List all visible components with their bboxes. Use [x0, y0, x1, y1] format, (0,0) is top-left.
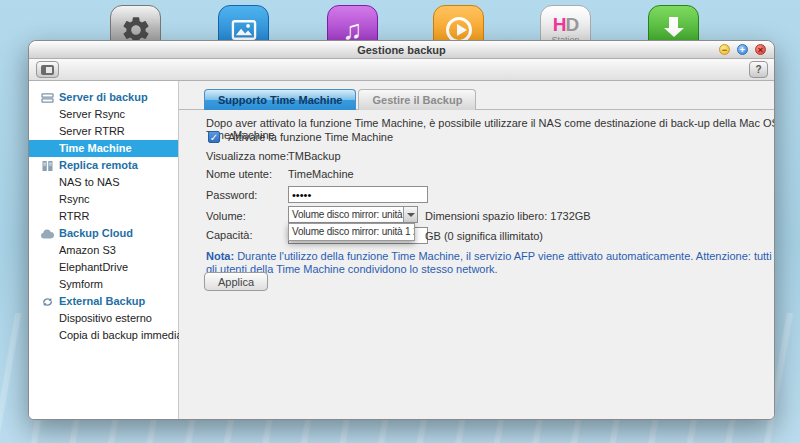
free-space-text: Dimensioni spazio libero: 1732GB [425, 210, 591, 222]
sidebar-item-symform[interactable]: Symform [29, 276, 178, 293]
username-value: TimeMachine [288, 168, 354, 180]
desktop: ♫ HD Station Gestione backup − + × ? [0, 0, 800, 443]
sidebar-item-rtrr[interactable]: RTRR [29, 208, 178, 225]
capacity-label: Capacità: [206, 229, 252, 241]
apply-button[interactable]: Applica [204, 272, 268, 291]
capacity-suffix-text: GB (0 significa illimitato) [425, 230, 543, 242]
sidebar-toggle-button[interactable] [36, 61, 59, 78]
window-titlebar[interactable]: Gestione backup − + × [29, 41, 774, 59]
note-label: Nota: [206, 250, 234, 262]
window-title: Gestione backup [29, 41, 774, 59]
help-button[interactable]: ? [749, 61, 768, 78]
tab-bar: Supporto Time Machine Gestire il Backup [179, 81, 774, 110]
volume-option[interactable]: Volume disco mirror: unità 1 2 [289, 224, 414, 240]
section-label: External Backup [59, 293, 145, 310]
chevron-down-icon[interactable] [403, 207, 417, 222]
sidebar-item-server-rtrr[interactable]: Server RTRR [29, 123, 178, 140]
backup-management-window: Gestione backup − + × ? Server di backup [28, 40, 775, 420]
checkmark-icon: ✓ [210, 132, 218, 143]
server-icon [40, 92, 54, 104]
sync-arrows-icon [40, 296, 54, 308]
tab-gestire-il-backup[interactable]: Gestire il Backup [358, 89, 476, 110]
close-button[interactable]: × [755, 44, 766, 55]
sidebar-section-backup-cloud: Backup Cloud [29, 225, 178, 242]
hd-logo: HD [553, 15, 578, 34]
display-name-value: TMBackup [288, 150, 341, 162]
sidebar-item-time-machine[interactable]: Time Machine [29, 140, 178, 157]
main-panel: Supporto Time Machine Gestire il Backup … [179, 81, 774, 419]
section-label: Server di backup [59, 89, 148, 106]
volume-label: Volume: [206, 210, 246, 222]
sidebar-item-server-rsync[interactable]: Server Rsync [29, 106, 178, 123]
section-label: Backup Cloud [59, 225, 133, 242]
sidebar-section-replica-remota: Replica remota [29, 157, 178, 174]
display-name-label: Visualizza nome: [206, 150, 289, 162]
enable-time-machine-label: Attivare la funzione Time Machine [228, 131, 393, 143]
sidebar-item-elephantdrive[interactable]: ElephantDrive [29, 259, 178, 276]
enable-time-machine-checkbox[interactable]: ✓ [208, 131, 220, 143]
username-label: Nome utente: [206, 168, 272, 180]
password-label: Password: [206, 189, 257, 201]
window-toolbar: ? [29, 59, 774, 81]
sidebar-panel-icon [41, 65, 54, 75]
volume-select-value: Volume disco mirror: unità 1 2 [289, 207, 403, 222]
maximize-button[interactable]: + [737, 44, 748, 55]
tab-supporto-time-machine[interactable]: Supporto Time Machine [204, 89, 356, 110]
password-input[interactable] [288, 186, 428, 203]
navigation-sidebar: Server di backup Server Rsync Server RTR… [29, 81, 179, 419]
note-text: Nota: Durante l'utilizzo della funzione … [206, 250, 772, 275]
sidebar-item-rsync[interactable]: Rsync [29, 191, 178, 208]
sidebar-item-amazon-s3[interactable]: Amazon S3 [29, 242, 178, 259]
section-label: Replica remota [59, 157, 138, 174]
sidebar-section-external-backup: External Backup [29, 293, 178, 310]
replica-icon [40, 160, 54, 172]
sidebar-section-server-di-backup: Server di backup [29, 89, 178, 106]
minimize-button[interactable]: − [719, 44, 730, 55]
sidebar-item-copia-di-backup-immediata[interactable]: Copia di backup immediata ... [29, 327, 178, 344]
volume-dropdown-menu: Volume disco mirror: unità 1 2 [288, 223, 415, 241]
time-machine-form: Dopo aver attivato la funzione Time Mach… [179, 110, 774, 419]
volume-select[interactable]: Volume disco mirror: unità 1 2 [288, 206, 418, 223]
cloud-icon [40, 229, 54, 239]
sidebar-item-dispositivo-esterno[interactable]: Dispositivo esterno [29, 310, 178, 327]
sidebar-item-nas-to-nas[interactable]: NAS to NAS [29, 174, 178, 191]
